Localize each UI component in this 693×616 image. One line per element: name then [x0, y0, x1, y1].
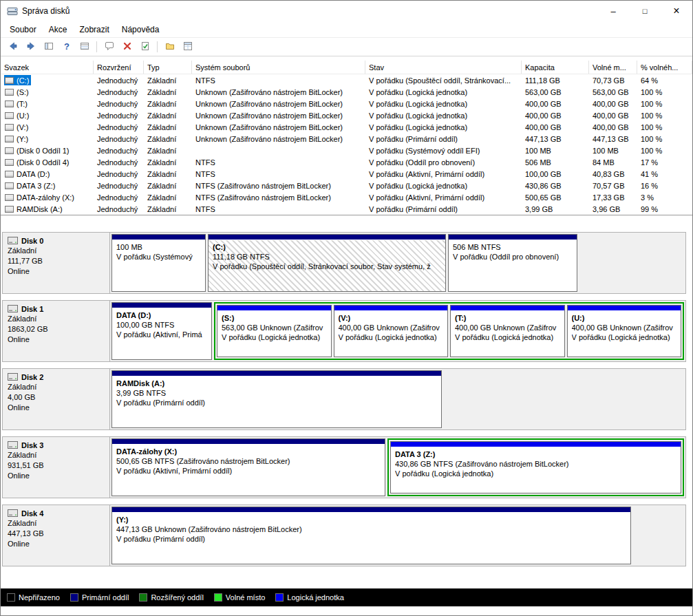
partition[interactable]: (Y:)447,13 GB Unknown (Zašifrováno nástr… — [111, 507, 631, 564]
column-header-volne[interactable]: Volné m... — [589, 61, 637, 74]
partition-label: (Y:) — [116, 515, 626, 524]
volume-filesystem: NTFS (Zašifrováno nástrojem BitLocker) — [192, 182, 365, 190]
column-header-rozvrzeni[interactable]: Rozvržení — [94, 61, 144, 74]
check-document-icon — [140, 41, 151, 53]
volume-row[interactable]: DATA 3 (Z:) Jednoduchý Základní NTFS (Za… — [1, 180, 692, 191]
partition-status: V pořádku (Logická jednotka) — [222, 332, 327, 342]
volume-free-pct: 64 % — [637, 76, 692, 85]
partition-label: DATA 3 (Z:) — [395, 449, 676, 459]
app-icon — [7, 6, 18, 17]
legend-item-free-space: Volné místo — [214, 593, 265, 602]
disk-info[interactable]: Disk 2 Základní 4,00 GB Online — [3, 369, 110, 429]
column-header-system-souboru[interactable]: Systém souborů — [192, 61, 365, 74]
disk-bar: DATA (D:)100,00 GB NTFSV pořádku (Aktivn… — [110, 301, 685, 361]
menu-item-zobrazit[interactable]: Zobrazit — [73, 23, 115, 36]
disk-info[interactable]: Disk 3 Základní 931,51 GB Online — [3, 437, 110, 498]
disk-icon — [8, 236, 18, 245]
partition[interactable]: (C:)111,18 GB NTFSV pořádku (Spouštěcí o… — [208, 234, 446, 292]
volume-filesystem: Unknown (Zašifrováno nástrojem BitLocker… — [192, 100, 365, 108]
back-icon — [8, 41, 19, 53]
partition[interactable]: (T:)400,00 GB Unknown (ZašifrovV pořádku… — [450, 305, 565, 357]
menu-item-napoveda[interactable]: Nápověda — [116, 23, 166, 36]
volume-filesystem: NTFS — [192, 76, 365, 85]
volume-status: V pořádku (Aktivní, Primární oddíl) — [365, 170, 522, 178]
partition-stripe — [334, 306, 448, 311]
show-console-tree-button[interactable] — [40, 39, 57, 55]
delete-button[interactable] — [118, 39, 136, 55]
volume-row[interactable]: RAMDisk (A:) Jednoduchý Základní NTFS V … — [1, 203, 692, 215]
volume-filesystem: NTFS — [192, 170, 365, 178]
volume-row[interactable]: (S:) Jednoduchý Základní Unknown (Zašifr… — [1, 86, 692, 98]
export-list-button[interactable] — [76, 39, 93, 55]
volume-free-pct: 100 % — [637, 88, 692, 96]
volume-layout: Jednoduchý — [94, 193, 144, 202]
disk-info[interactable]: Disk 4 Základní 447,13 GB Online — [3, 505, 110, 566]
volume-icon — [5, 171, 14, 178]
volume-row[interactable]: (Y:) Jednoduchý Základní Unknown (Zašifr… — [1, 133, 692, 145]
validate-button[interactable] — [136, 39, 153, 55]
partition[interactable]: RAMDisk (A:)3,99 GB NTFSV pořádku (Primá… — [111, 370, 442, 428]
volume-free-pct: 99 % — [637, 205, 692, 213]
delete-x-icon — [122, 41, 133, 53]
volume-capacity: 100 MB — [522, 147, 589, 155]
disk-bar: 100 MBV pořádku (Systémový (C:)111,18 GB… — [110, 233, 685, 293]
partition[interactable]: DATA-zálohy (X:)500,65 GB NTFS (Zašifrov… — [111, 438, 385, 496]
column-header-procent-volneho[interactable]: % volnéh... — [637, 61, 692, 74]
partition-status: V pořádku (Systémový — [116, 252, 201, 262]
volume-row[interactable]: DATA (D:) Jednoduchý Základní NTFS V poř… — [1, 168, 692, 180]
forward-button[interactable] — [22, 39, 39, 55]
bottom-padding — [1, 606, 692, 615]
column-header-typ[interactable]: Typ — [144, 61, 192, 74]
partition[interactable]: 506 MB NTFSV pořádku (Oddíl pro obnovení… — [448, 234, 577, 292]
partition-label: (V:) — [339, 313, 444, 323]
partition-size: 400,00 GB Unknown (Zašifrov — [572, 323, 677, 332]
column-header-stav[interactable]: Stav — [365, 61, 522, 74]
volume-icon — [5, 112, 14, 119]
volume-row[interactable]: (U:) Jednoduchý Základní Unknown (Zašifr… — [1, 109, 692, 121]
dialog-button[interactable] — [100, 39, 118, 55]
partition[interactable]: (S:)563,00 GB Unknown (ZašifrovV pořádku… — [217, 305, 332, 357]
disk-info[interactable]: Disk 0 Základní 111,77 GB Online — [3, 233, 110, 293]
help-button[interactable]: ? — [58, 39, 75, 55]
partition[interactable]: DATA (D:)100,00 GB NTFSV pořádku (Aktivn… — [111, 302, 212, 360]
volume-free: 70,73 GB — [589, 76, 637, 85]
volume-name: DATA (D:) — [17, 170, 50, 178]
partition[interactable]: (V:)400,00 GB Unknown (ZašifrovV pořádku… — [334, 305, 449, 357]
volume-free: 3,96 GB — [589, 205, 637, 213]
partition-size: 447,13 GB Unknown (Zašifrováno nástrojem… — [116, 524, 626, 534]
volume-row[interactable]: (T:) Jednoduchý Základní Unknown (Zašifr… — [1, 98, 692, 109]
close-button[interactable]: × — [661, 1, 692, 21]
maximize-button[interactable]: □ — [629, 1, 661, 21]
volume-row[interactable]: (Disk 0 Oddíl 1) Jednoduchý Základní V p… — [1, 145, 692, 156]
partition-stripe — [451, 306, 564, 311]
window-title: Správa disků — [22, 6, 70, 16]
menu-item-akce[interactable]: Akce — [43, 23, 74, 36]
volume-type: Základní — [144, 158, 192, 167]
volume-layout: Jednoduchý — [94, 170, 144, 178]
column-header-kapacita[interactable]: Kapacita — [522, 61, 589, 74]
disk-info[interactable]: Disk 1 Základní 1863,02 GB Online — [3, 301, 110, 361]
new-folder-button[interactable] — [161, 39, 178, 55]
partition[interactable]: 100 MBV pořádku (Systémový — [111, 234, 206, 292]
partition-status: V pořádku (Primární oddíl) — [116, 534, 626, 544]
back-button[interactable] — [4, 39, 21, 55]
volume-name: (U:) — [17, 111, 29, 120]
column-header-svazek[interactable]: Svazek — [1, 61, 94, 74]
volume-layout: Jednoduchý — [94, 100, 144, 108]
volume-row[interactable]: (C:) Jednoduchý Základní NTFS V pořádku … — [1, 74, 692, 86]
menu-item-soubor[interactable]: Soubor — [3, 23, 43, 36]
title-bar: Správa disků – □ × — [1, 1, 692, 21]
disk-status: Online — [8, 266, 105, 277]
partition[interactable]: DATA 3 (Z:)430,86 GB NTFS (Zašifrováno n… — [390, 441, 681, 493]
minimize-button[interactable]: – — [597, 1, 629, 21]
properties-button[interactable] — [179, 39, 196, 55]
volume-row[interactable]: (Disk 0 Oddíl 4) Jednoduchý Základní NTF… — [1, 156, 692, 168]
partition-size: 3,99 GB NTFS — [116, 388, 437, 398]
volume-row[interactable]: DATA-zálohy (X:) Jednoduchý Základní NTF… — [1, 191, 692, 203]
partition[interactable]: (U:)400,00 GB Unknown (ZašifrovV pořádku… — [567, 305, 682, 357]
volume-filesystem: NTFS — [192, 158, 365, 167]
partition-status: V pořádku (Logická jednotka) — [395, 469, 676, 478]
partition-stripe — [112, 507, 630, 513]
volume-capacity: 400,00 GB — [522, 111, 589, 120]
volume-row[interactable]: (V:) Jednoduchý Základní Unknown (Zašifr… — [1, 121, 692, 133]
